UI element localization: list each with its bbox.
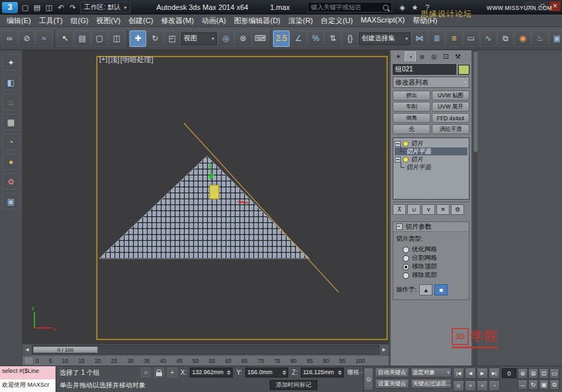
expand-toggle-icon[interactable] xyxy=(395,157,401,163)
tab-motion[interactable]: ◎ xyxy=(428,52,440,61)
viewport-menu-label[interactable]: [+] xyxy=(99,55,108,65)
save-file-icon[interactable]: ◫ xyxy=(44,2,54,13)
percent-snap-toggle-icon[interactable]: % xyxy=(307,30,324,47)
modifier-preset-button[interactable]: 倒角 xyxy=(393,113,430,123)
viewport-canvas[interactable]: x y xyxy=(22,50,389,344)
redo-icon[interactable]: ↷ xyxy=(67,2,78,13)
go-to-end-button[interactable]: ▶| xyxy=(489,368,500,379)
menu-item[interactable]: MAXScript(X) xyxy=(357,15,409,27)
radio-icon[interactable] xyxy=(403,264,409,270)
scrollbar-handle[interactable] xyxy=(473,52,478,152)
docked-tool-3-icon[interactable]: ♨ xyxy=(2,94,20,110)
menu-item[interactable]: 组(G) xyxy=(67,15,93,27)
communication-center-icon[interactable]: ◈ xyxy=(397,2,407,13)
time-slider-right-arrow[interactable]: ▶ xyxy=(381,347,387,352)
menu-item[interactable]: 渲染(R) xyxy=(284,15,317,27)
pin-stack-icon[interactable]: ⊼ xyxy=(393,204,406,215)
modifier-preset-button[interactable]: 挤出 xyxy=(393,91,430,100)
use-pivot-center-icon[interactable]: ◎ xyxy=(218,30,234,47)
slice-type-option[interactable]: 移除顶部 xyxy=(403,262,466,271)
docked-tool-4-icon[interactable]: ▦ xyxy=(2,114,20,130)
radio-icon[interactable] xyxy=(403,247,409,253)
modifier-preset-button[interactable]: UVW 展开 xyxy=(432,102,469,112)
auto-key-button[interactable]: 自动关键点 xyxy=(375,368,409,377)
slice-type-option[interactable]: 分割网格 xyxy=(403,254,466,262)
modifier-stack-item[interactable]: 切片 xyxy=(395,155,467,163)
orbit-icon[interactable]: ↻ xyxy=(528,379,538,390)
favorites-icon[interactable]: ★ xyxy=(409,2,420,13)
time-slider-left-arrow[interactable]: ◀ xyxy=(24,347,30,352)
select-and-move-icon[interactable]: ✚ xyxy=(130,30,146,47)
select-by-name-icon[interactable]: ▤ xyxy=(74,30,91,47)
open-file-icon[interactable]: ▤ xyxy=(32,2,42,13)
time-slider-handle[interactable]: 0 / 100 xyxy=(33,346,98,353)
mini-curve-editor-button[interactable] xyxy=(24,356,34,365)
absolute-mode-toggle-icon[interactable]: + xyxy=(167,368,177,377)
slice-type-option[interactable]: 优化网格 xyxy=(403,245,466,254)
menu-item[interactable]: 视图(V) xyxy=(93,15,125,27)
named-selection-sets-dropdown[interactable]: 创建选择集▾ xyxy=(359,32,411,45)
select-and-scale-icon[interactable]: ◰ xyxy=(164,30,181,47)
show-end-result-icon[interactable]: ∪ xyxy=(407,204,421,215)
select-object-icon[interactable]: ↖ xyxy=(57,30,73,47)
snap-toggle-2-5-icon[interactable]: 2.5 xyxy=(273,30,290,47)
zoom-all-icon[interactable]: ⊞ xyxy=(528,368,538,379)
building-blocks-object[interactable] xyxy=(99,156,309,258)
select-and-rotate-icon[interactable]: ↻ xyxy=(147,30,163,47)
remove-modifier-icon[interactable]: ✕ xyxy=(436,204,450,215)
render-setup-icon[interactable]: ♨ xyxy=(532,30,548,47)
key-filters-button[interactable]: 关键点过滤器... xyxy=(411,379,452,389)
modifier-preset-button[interactable]: 涡轮平滑 xyxy=(432,124,469,134)
modifier-list-dropdown[interactable]: 修改器列表 ▾ xyxy=(393,77,469,88)
key-mode-toggle-button[interactable]: ⊙ xyxy=(453,380,464,391)
bind-to-space-warp-icon[interactable]: ≈ xyxy=(36,30,52,47)
listener-macro-line[interactable]: select #($Line xyxy=(0,366,56,379)
docked-tool-8-icon[interactable]: ▣ xyxy=(2,193,20,210)
undo-icon[interactable]: ↶ xyxy=(56,2,66,13)
zoom-extents-icon[interactable]: ⊡ xyxy=(539,368,549,379)
menu-item[interactable]: 修改器(M) xyxy=(157,15,198,27)
edit-named-selection-sets-icon[interactable]: {} xyxy=(342,30,358,47)
key-filter-dropdown[interactable]: 选定对象 ▾ xyxy=(411,368,452,377)
play-button[interactable]: ▶ xyxy=(477,368,488,379)
set-keys-button[interactable]: ⊙ xyxy=(364,368,374,391)
maxscript-mini-listener[interactable]: select #($Line 欢迎使用 MAXScr xyxy=(0,366,56,392)
modifier-stack-item[interactable]: 切片平面 xyxy=(395,163,467,171)
radio-icon[interactable] xyxy=(403,272,409,279)
workspace-dropdown[interactable]: 工作区: 默认 ▾ xyxy=(80,2,131,13)
object-name-field[interactable]: 组021 xyxy=(393,64,456,75)
y-coordinate-field[interactable]: 156.0mm xyxy=(245,368,288,377)
modifier-stack-item[interactable]: 切片平面 xyxy=(395,147,467,155)
viewport-view-label[interactable]: [顶] xyxy=(108,55,120,65)
menu-item[interactable]: 图形编辑器(D) xyxy=(230,15,284,27)
operate-on-polygons-button[interactable]: ■ xyxy=(434,284,448,295)
track-bar[interactable]: 0510152025303540455055606570758085909510… xyxy=(22,355,389,366)
align-icon[interactable]: ≣ xyxy=(428,30,445,47)
slice-plane-gizmo[interactable] xyxy=(210,185,219,199)
set-key-button[interactable]: 设置关键点 xyxy=(375,379,409,389)
window-crossing-toggle-icon[interactable]: ◫ xyxy=(108,30,125,47)
z-coordinate-field[interactable]: 116.125mm xyxy=(301,368,344,377)
tab-hierarchy[interactable]: ⧈ xyxy=(417,52,428,61)
tab-utilities[interactable]: ⚒ xyxy=(452,52,463,61)
maximize-viewport-toggle-icon[interactable]: ⧉ xyxy=(549,379,559,390)
slice-type-option[interactable]: 移除底部 xyxy=(403,271,466,280)
modifier-preset-button[interactable]: 车削 xyxy=(393,102,430,112)
docked-tool-2-icon[interactable]: ◧ xyxy=(2,74,20,91)
curve-editor-icon[interactable]: ∿ xyxy=(480,30,497,47)
new-scene-icon[interactable]: ▢ xyxy=(20,2,30,13)
time-slider-track[interactable]: 0 / 100 xyxy=(32,345,380,354)
spinner-snap-toggle-icon[interactable]: ⇅ xyxy=(325,30,341,47)
modifier-stack[interactable]: 切片切片平面切片切片平面 xyxy=(393,137,469,200)
modifier-enabled-bulb-icon[interactable] xyxy=(403,157,409,163)
pan-icon[interactable]: ↔ xyxy=(518,379,528,390)
keyboard-override-toggle-icon[interactable]: ⌨ xyxy=(252,30,268,47)
add-time-tag-button[interactable]: 添加时间标记 xyxy=(270,380,317,390)
panel-scrollbar[interactable] xyxy=(473,50,477,366)
select-and-manipulate-icon[interactable]: ⊛ xyxy=(235,30,251,47)
operate-on-faces-button[interactable]: ▲ xyxy=(419,284,432,295)
object-color-swatch[interactable] xyxy=(458,65,469,75)
zoom-extents-all-icon[interactable]: ▣ xyxy=(539,379,549,390)
tab-create[interactable]: ✶ xyxy=(393,52,404,61)
expand-toggle-icon[interactable] xyxy=(395,141,401,147)
